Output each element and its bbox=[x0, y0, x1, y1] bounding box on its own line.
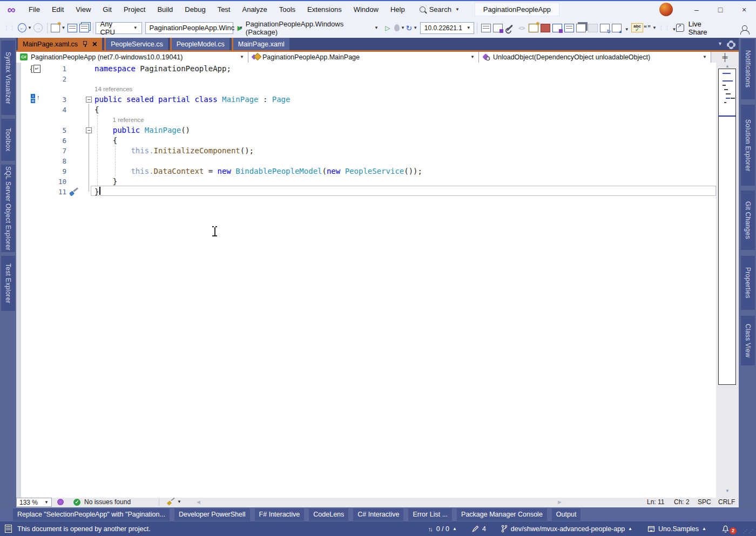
doc-tab-mainpage.xaml[interactable]: MainPage.xaml bbox=[232, 38, 289, 50]
spell-check-button[interactable]: abc✓ bbox=[632, 22, 643, 35]
menu-item-test[interactable]: Test bbox=[212, 1, 237, 18]
live-share-label[interactable]: Live Share bbox=[688, 20, 720, 36]
panel-tab-developer-powershell[interactable]: Developer PowerShell bbox=[174, 508, 250, 521]
tool-tab-toolbox[interactable]: Toolbox bbox=[1, 119, 15, 161]
code-text[interactable]: this.InitializeComponent(); bbox=[94, 146, 254, 156]
collapse-region-icon[interactable]: − bbox=[86, 127, 92, 133]
web-refresh-button[interactable] bbox=[599, 22, 610, 35]
work-items-button[interactable] bbox=[540, 22, 551, 35]
tool-tab-properties[interactable]: Properties bbox=[741, 256, 755, 310]
code-text[interactable]: namespace PaginationPeopleApp; bbox=[94, 64, 231, 74]
task-list-button[interactable] bbox=[564, 22, 575, 35]
menu-item-debug[interactable]: Debug bbox=[179, 1, 211, 18]
pin-icon[interactable] bbox=[82, 40, 87, 48]
account-avatar[interactable] bbox=[659, 3, 673, 16]
code-text[interactable]: public MainPage() bbox=[94, 125, 190, 135]
menu-item-help[interactable]: Help bbox=[384, 1, 411, 18]
menu-item-file[interactable]: File bbox=[23, 1, 46, 18]
menu-item-analyze[interactable]: Analyze bbox=[236, 1, 273, 18]
collapse-region-icon[interactable]: − bbox=[86, 97, 92, 103]
code-text[interactable]: public sealed partial class MainPage : P… bbox=[94, 94, 290, 105]
tab-list-caret[interactable]: ▼ bbox=[718, 41, 723, 46]
panel-tab-output[interactable]: Output bbox=[552, 508, 581, 521]
doc-tab-peoplemodel.cs[interactable]: PeopleModel.cs bbox=[170, 38, 230, 50]
eol-indicator[interactable]: CRLF bbox=[718, 498, 735, 506]
window-layout-button[interactable] bbox=[576, 22, 586, 35]
code-cleanup-icon[interactable] bbox=[69, 187, 80, 196]
menu-item-view[interactable]: View bbox=[70, 1, 97, 18]
member-dropdown[interactable]: UnloadObject(DependencyObject unloadable… bbox=[479, 52, 711, 63]
startup-project-selector[interactable]: PaginationPeopleApp.Winc▼ bbox=[145, 22, 233, 34]
search-control[interactable]: Search ▼ bbox=[420, 5, 460, 13]
tool-tab-class-view[interactable]: Class View bbox=[741, 316, 755, 365]
code-angle-button[interactable]: <> bbox=[516, 22, 527, 35]
issues-status[interactable]: No issues found bbox=[84, 498, 131, 506]
menu-item-project[interactable]: Project bbox=[118, 1, 151, 18]
column-indicator[interactable]: Ch: 2 bbox=[674, 498, 690, 506]
code-text[interactable]: { bbox=[94, 105, 99, 115]
verbatim-button[interactable]: “”▼ bbox=[644, 22, 657, 35]
menu-item-tools[interactable]: Tools bbox=[273, 1, 301, 18]
menu-item-window[interactable]: Window bbox=[348, 1, 384, 18]
code-text[interactable]: this.DataContext = new BindablePeopleMod… bbox=[94, 166, 422, 177]
space-indicator[interactable]: SPC bbox=[698, 498, 711, 506]
tool-tab-git-changes[interactable]: Git Changes bbox=[741, 191, 755, 250]
solution-explorer-button[interactable] bbox=[481, 22, 491, 35]
zoom-selector[interactable]: 133 %▼ bbox=[16, 498, 52, 507]
doc-tab-peopleservice.cs[interactable]: PeopleService.cs bbox=[104, 38, 168, 50]
vertical-scrollbar[interactable]: ▲ ▼ bbox=[716, 63, 739, 498]
save-all-button[interactable] bbox=[79, 22, 90, 35]
line-indicator[interactable]: Ln: 11 bbox=[647, 498, 664, 506]
tool-tab-sql-server-object-explorer[interactable]: SQL Server Object Explorer bbox=[1, 165, 15, 252]
doc-tab-mainpage.xaml.cs[interactable]: MainPage.xaml.cs✕ bbox=[18, 38, 102, 50]
toolbar-grip[interactable]: ⋮⋮ bbox=[4, 25, 16, 31]
codelens-references[interactable]: 14 references bbox=[94, 84, 132, 94]
codelens-references[interactable]: 1 reference bbox=[113, 115, 144, 125]
overflow-icon[interactable]: ▼ bbox=[625, 27, 629, 32]
output-doc-button[interactable] bbox=[552, 22, 563, 35]
menu-item-git[interactable]: Git bbox=[97, 1, 118, 18]
tool-tab-syntax-visualizer[interactable]: Syntax Visualizer bbox=[1, 40, 15, 115]
toolbar-overflow-icon[interactable]: ⋮⋮ bbox=[659, 25, 671, 31]
scroll-down-icon[interactable]: ▼ bbox=[716, 488, 739, 493]
gear-icon[interactable] bbox=[728, 42, 734, 48]
split-editor-icon[interactable]: ╪ bbox=[711, 52, 739, 63]
windows-sdk-selector[interactable]: 10.0.22621.1▼ bbox=[420, 22, 474, 34]
person-icon[interactable] bbox=[742, 25, 747, 31]
panel-tab-replace-selectionpeopleapp-wit[interactable]: Replace "SelectionPeopleApp" with "Pagin… bbox=[13, 508, 170, 521]
repo-selector[interactable]: Uno.Samples ▲ bbox=[640, 525, 714, 533]
tool-tab-solution-explorer[interactable]: Solution Explorer bbox=[741, 105, 755, 186]
namespace-hint-icon[interactable]: {↵ bbox=[30, 64, 40, 73]
ide-settings-button[interactable] bbox=[492, 22, 503, 35]
compare-commits[interactable]: ↑↓ 0 / 0 ▲ bbox=[421, 525, 464, 533]
maximize-button[interactable]: □ bbox=[708, 1, 732, 18]
code-cleanup-caret[interactable]: ▼ bbox=[177, 499, 181, 504]
menu-item-edit[interactable]: Edit bbox=[46, 1, 70, 18]
code-text[interactable]: { bbox=[94, 135, 117, 146]
start-without-debugging-button[interactable]: ▷ bbox=[382, 22, 393, 35]
panel-tab-c#-interactive[interactable]: C# Interactive bbox=[353, 508, 403, 521]
code-text[interactable]: } bbox=[94, 177, 117, 187]
pending-edits[interactable]: 4 bbox=[464, 525, 494, 533]
restart-button[interactable]: ↻▼ bbox=[406, 22, 417, 35]
notifications-button[interactable]: 2 bbox=[714, 523, 740, 534]
panel-tab-package-manager-console[interactable]: Package Manager Console bbox=[457, 508, 547, 521]
intellicode-icon[interactable] bbox=[57, 499, 64, 505]
export-item-button[interactable] bbox=[528, 22, 539, 35]
panel-tab-f#-interactive[interactable]: F# Interactive bbox=[255, 508, 305, 521]
type-dropdown[interactable]: PaginationPeopleApp.MainPage ▼ bbox=[248, 52, 479, 63]
branch-selector[interactable]: dev/shwe/mvux-advanced-people-app ▲ bbox=[494, 525, 640, 533]
platform-selector[interactable]: Any CPU▼ bbox=[96, 22, 141, 34]
start-debug-button[interactable]: ▶PaginationPeopleApp.Windows (Package)▼ bbox=[238, 22, 379, 35]
resize-grip[interactable]: ⋰⋰ bbox=[743, 528, 754, 534]
menu-item-build[interactable]: Build bbox=[151, 1, 179, 18]
tool-tab-test-explorer[interactable]: Test Explorer bbox=[1, 256, 15, 311]
panel-tab-error-list-[interactable]: Error List ... bbox=[408, 508, 452, 521]
scroll-up-icon[interactable]: ▲ bbox=[716, 64, 739, 69]
save-button[interactable] bbox=[67, 22, 78, 35]
navigate-back-button[interactable]: ←▼ bbox=[18, 22, 32, 35]
code-text[interactable]: } bbox=[94, 187, 99, 197]
close-icon[interactable]: ✕ bbox=[92, 40, 97, 48]
scroll-right-icon[interactable]: ▶ bbox=[558, 499, 562, 505]
project-dropdown[interactable]: C# PaginationPeopleApp (net7.0-windows10… bbox=[16, 52, 248, 63]
